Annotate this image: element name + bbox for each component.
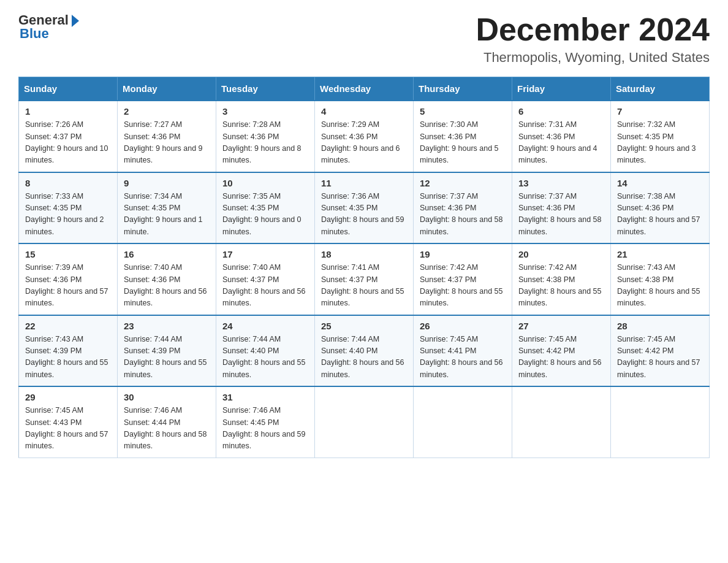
table-row: 27Sunrise: 7:45 AM Sunset: 4:42 PM Dayli… bbox=[512, 315, 611, 387]
table-row: 7Sunrise: 7:32 AM Sunset: 4:35 PM Daylig… bbox=[611, 101, 710, 172]
table-row: 20Sunrise: 7:42 AM Sunset: 4:38 PM Dayli… bbox=[512, 243, 611, 315]
table-row: 25Sunrise: 7:44 AM Sunset: 4:40 PM Dayli… bbox=[315, 315, 414, 387]
table-row: 29Sunrise: 7:45 AM Sunset: 4:43 PM Dayli… bbox=[19, 386, 118, 458]
table-row: 13Sunrise: 7:37 AM Sunset: 4:36 PM Dayli… bbox=[512, 172, 611, 244]
day-number: 7 bbox=[617, 106, 703, 117]
table-row: 8Sunrise: 7:33 AM Sunset: 4:35 PM Daylig… bbox=[19, 172, 118, 244]
day-detail: Sunrise: 7:36 AM Sunset: 4:35 PM Dayligh… bbox=[321, 191, 407, 239]
table-row: 17Sunrise: 7:40 AM Sunset: 4:37 PM Dayli… bbox=[216, 243, 315, 315]
day-detail: Sunrise: 7:39 AM Sunset: 4:36 PM Dayligh… bbox=[25, 262, 111, 310]
logo-blue: Blue bbox=[20, 26, 49, 42]
day-number: 20 bbox=[518, 249, 604, 259]
header-friday: Friday bbox=[512, 77, 611, 101]
day-number: 11 bbox=[321, 178, 407, 188]
calendar-week-row: 1Sunrise: 7:26 AM Sunset: 4:37 PM Daylig… bbox=[19, 101, 710, 172]
day-number: 27 bbox=[518, 321, 604, 331]
day-detail: Sunrise: 7:26 AM Sunset: 4:37 PM Dayligh… bbox=[25, 119, 111, 167]
day-number: 19 bbox=[420, 249, 506, 259]
header-monday: Monday bbox=[118, 77, 216, 101]
day-number: 12 bbox=[420, 178, 506, 188]
day-detail: Sunrise: 7:41 AM Sunset: 4:37 PM Dayligh… bbox=[321, 262, 407, 310]
day-number: 2 bbox=[124, 106, 210, 117]
day-number: 31 bbox=[222, 392, 308, 402]
day-detail: Sunrise: 7:45 AM Sunset: 4:41 PM Dayligh… bbox=[420, 334, 506, 381]
calendar-week-row: 15Sunrise: 7:39 AM Sunset: 4:36 PM Dayli… bbox=[19, 243, 710, 315]
day-detail: Sunrise: 7:44 AM Sunset: 4:39 PM Dayligh… bbox=[124, 334, 210, 381]
calendar-week-row: 8Sunrise: 7:33 AM Sunset: 4:35 PM Daylig… bbox=[19, 172, 710, 244]
table-row: 28Sunrise: 7:45 AM Sunset: 4:42 PM Dayli… bbox=[611, 315, 710, 387]
day-detail: Sunrise: 7:37 AM Sunset: 4:36 PM Dayligh… bbox=[420, 191, 506, 239]
day-number: 6 bbox=[518, 106, 604, 117]
day-number: 13 bbox=[518, 178, 604, 188]
table-row: 9Sunrise: 7:34 AM Sunset: 4:35 PM Daylig… bbox=[118, 172, 216, 244]
day-detail: Sunrise: 7:33 AM Sunset: 4:35 PM Dayligh… bbox=[25, 191, 111, 239]
day-number: 15 bbox=[25, 249, 111, 259]
day-detail: Sunrise: 7:45 AM Sunset: 4:42 PM Dayligh… bbox=[617, 334, 703, 381]
table-row bbox=[414, 386, 512, 458]
day-number: 29 bbox=[25, 392, 111, 402]
table-row: 12Sunrise: 7:37 AM Sunset: 4:36 PM Dayli… bbox=[414, 172, 512, 244]
table-row bbox=[315, 386, 414, 458]
header-saturday: Saturday bbox=[611, 77, 710, 101]
day-detail: Sunrise: 7:30 AM Sunset: 4:36 PM Dayligh… bbox=[420, 119, 506, 167]
logo: General Blue bbox=[18, 12, 79, 42]
calendar-table: Sunday Monday Tuesday Wednesday Thursday… bbox=[18, 77, 710, 458]
calendar-week-row: 29Sunrise: 7:45 AM Sunset: 4:43 PM Dayli… bbox=[19, 386, 710, 458]
table-row: 5Sunrise: 7:30 AM Sunset: 4:36 PM Daylig… bbox=[414, 101, 512, 172]
page-title: December 2024 bbox=[476, 12, 710, 47]
table-row: 15Sunrise: 7:39 AM Sunset: 4:36 PM Dayli… bbox=[19, 243, 118, 315]
day-number: 21 bbox=[617, 249, 703, 259]
day-detail: Sunrise: 7:43 AM Sunset: 4:39 PM Dayligh… bbox=[25, 334, 111, 381]
day-number: 30 bbox=[124, 392, 210, 402]
table-row: 4Sunrise: 7:29 AM Sunset: 4:36 PM Daylig… bbox=[315, 101, 414, 172]
table-row: 21Sunrise: 7:43 AM Sunset: 4:38 PM Dayli… bbox=[611, 243, 710, 315]
day-detail: Sunrise: 7:32 AM Sunset: 4:35 PM Dayligh… bbox=[617, 119, 703, 167]
day-detail: Sunrise: 7:38 AM Sunset: 4:36 PM Dayligh… bbox=[617, 191, 703, 239]
header-tuesday: Tuesday bbox=[216, 77, 315, 101]
day-detail: Sunrise: 7:37 AM Sunset: 4:36 PM Dayligh… bbox=[518, 191, 604, 239]
header-thursday: Thursday bbox=[414, 77, 512, 101]
day-number: 4 bbox=[321, 106, 407, 117]
day-number: 25 bbox=[321, 321, 407, 331]
day-number: 9 bbox=[124, 178, 210, 188]
table-row: 14Sunrise: 7:38 AM Sunset: 4:36 PM Dayli… bbox=[611, 172, 710, 244]
table-row: 1Sunrise: 7:26 AM Sunset: 4:37 PM Daylig… bbox=[19, 101, 118, 172]
table-row: 10Sunrise: 7:35 AM Sunset: 4:35 PM Dayli… bbox=[216, 172, 315, 244]
title-area: December 2024 Thermopolis, Wyoming, Unit… bbox=[476, 12, 710, 66]
day-detail: Sunrise: 7:46 AM Sunset: 4:45 PM Dayligh… bbox=[222, 405, 308, 453]
day-detail: Sunrise: 7:45 AM Sunset: 4:43 PM Dayligh… bbox=[25, 405, 111, 453]
table-row: 3Sunrise: 7:28 AM Sunset: 4:36 PM Daylig… bbox=[216, 101, 315, 172]
day-number: 8 bbox=[25, 178, 111, 188]
day-detail: Sunrise: 7:46 AM Sunset: 4:44 PM Dayligh… bbox=[124, 405, 210, 453]
page-subtitle: Thermopolis, Wyoming, United States bbox=[476, 50, 710, 66]
table-row: 31Sunrise: 7:46 AM Sunset: 4:45 PM Dayli… bbox=[216, 386, 315, 458]
day-number: 16 bbox=[124, 249, 210, 259]
table-row: 22Sunrise: 7:43 AM Sunset: 4:39 PM Dayli… bbox=[19, 315, 118, 387]
day-number: 18 bbox=[321, 249, 407, 259]
day-number: 5 bbox=[420, 106, 506, 117]
day-number: 23 bbox=[124, 321, 210, 331]
day-number: 10 bbox=[222, 178, 308, 188]
day-detail: Sunrise: 7:42 AM Sunset: 4:38 PM Dayligh… bbox=[518, 262, 604, 310]
day-number: 28 bbox=[617, 321, 703, 331]
table-row: 30Sunrise: 7:46 AM Sunset: 4:44 PM Dayli… bbox=[118, 386, 216, 458]
table-row bbox=[512, 386, 611, 458]
day-detail: Sunrise: 7:27 AM Sunset: 4:36 PM Dayligh… bbox=[124, 119, 210, 167]
day-detail: Sunrise: 7:45 AM Sunset: 4:42 PM Dayligh… bbox=[518, 334, 604, 381]
day-detail: Sunrise: 7:42 AM Sunset: 4:37 PM Dayligh… bbox=[420, 262, 506, 310]
header-wednesday: Wednesday bbox=[315, 77, 414, 101]
calendar-week-row: 22Sunrise: 7:43 AM Sunset: 4:39 PM Dayli… bbox=[19, 315, 710, 387]
day-detail: Sunrise: 7:28 AM Sunset: 4:36 PM Dayligh… bbox=[222, 119, 308, 167]
table-row: 23Sunrise: 7:44 AM Sunset: 4:39 PM Dayli… bbox=[118, 315, 216, 387]
day-detail: Sunrise: 7:35 AM Sunset: 4:35 PM Dayligh… bbox=[222, 191, 308, 239]
day-number: 17 bbox=[222, 249, 308, 259]
table-row bbox=[611, 386, 710, 458]
day-number: 14 bbox=[617, 178, 703, 188]
day-detail: Sunrise: 7:44 AM Sunset: 4:40 PM Dayligh… bbox=[222, 334, 308, 381]
day-number: 1 bbox=[25, 106, 111, 117]
header-sunday: Sunday bbox=[19, 77, 118, 101]
day-detail: Sunrise: 7:44 AM Sunset: 4:40 PM Dayligh… bbox=[321, 334, 407, 381]
day-detail: Sunrise: 7:40 AM Sunset: 4:37 PM Dayligh… bbox=[222, 262, 308, 310]
day-number: 24 bbox=[222, 321, 308, 331]
day-detail: Sunrise: 7:29 AM Sunset: 4:36 PM Dayligh… bbox=[321, 119, 407, 167]
